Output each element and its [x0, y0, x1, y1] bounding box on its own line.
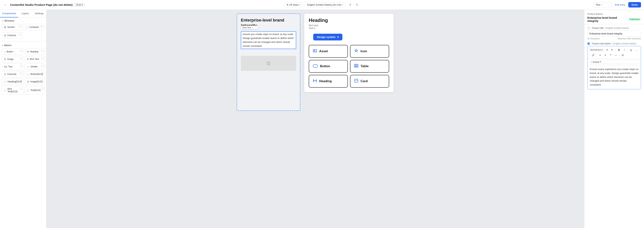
back-button[interactable]: ← — [3, 2, 8, 8]
component-columns[interactable]: ⊟ Columns i — [2, 32, 23, 39]
container-info-icon[interactable]: i — [40, 25, 43, 28]
rich-text-old-info[interactable]: i — [20, 87, 22, 90]
rte-embed-button[interactable]: + Embed ▾ — [590, 60, 639, 64]
rte-more-btn[interactable]: … — [634, 47, 639, 52]
rich-text-more-icon[interactable]: ⋮ — [254, 26, 256, 29]
right-panel-header: Product feature Enterprise-level brand i… — [584, 10, 644, 24]
structure-section-header[interactable]: ▾ Structure — [0, 18, 46, 23]
columns-info-icon[interactable]: i — [19, 34, 21, 36]
preview-image-placeholder: ⊡ — [241, 56, 296, 71]
feature-title-radio[interactable] — [587, 27, 590, 29]
feature-title-label: Feature title | English (United States) — [587, 27, 641, 29]
button-info[interactable]: i — [20, 50, 22, 52]
basics-grid: ○ Button i H Heading i ⊡ Image i A Rich … — [0, 48, 46, 96]
right-panel-title-row: Enterprise-level brand integrity Publish… — [587, 16, 641, 23]
component-heading-old[interactable]: ⬚ Heading[OLD] i — [2, 78, 24, 85]
selector-subtitle: Rich text Text 2 — [309, 24, 389, 30]
rte-content-area[interactable]: Ensure every experience you create stays… — [588, 65, 641, 89]
edit-entry-button[interactable]: Edit entry — [614, 3, 627, 7]
component-rich-text-old[interactable]: ⬚ Rich Text[OLD] i — [2, 86, 24, 95]
text-dropdown[interactable]: Text ▾ — [593, 2, 612, 7]
basics-section-header[interactable]: ▾ Basics — [0, 42, 46, 48]
rte-style-select[interactable]: Normal text ▾ — [589, 48, 604, 52]
component-text[interactable]: Aa Text i — [2, 64, 24, 70]
locale-selector[interactable]: English (United States) (en-US) ▾ — [304, 2, 346, 7]
divider-info[interactable]: i — [41, 65, 44, 67]
rte-link-btn[interactable]: 🔗 — [591, 53, 596, 58]
component-heading[interactable]: H Heading i — [25, 49, 45, 55]
tab-layers[interactable]: Layers — [18, 10, 32, 18]
svg-rect-2 — [313, 64, 318, 67]
rte-divider-3 — [590, 53, 590, 57]
rte-divider-4 — [596, 53, 597, 57]
size-selector[interactable]: ⊞ All Sizes ▾ — [284, 2, 303, 7]
left-tabs: Components Layers Settings — [0, 10, 46, 18]
selector-item-table[interactable]: Table — [350, 60, 389, 73]
image-old-info[interactable]: i — [41, 80, 44, 82]
rte-bold-btn[interactable]: B — [616, 47, 621, 52]
rte-quote-btn[interactable]: ❝ — [608, 53, 613, 58]
feature-title-input[interactable] — [587, 31, 641, 37]
columns-icon: ⊟ — [4, 34, 6, 37]
heading-old-info[interactable]: i — [20, 80, 22, 82]
selector-title: Heading — [309, 18, 389, 23]
center-canvas: Enterprise-level brand integrity Rich Te… — [46, 10, 584, 228]
component-container[interactable]: ⬚ Container i — [24, 24, 44, 30]
topbar-left: ← Contentful Studio Product Page (do not… — [3, 2, 282, 8]
feature-title-field: Feature title | English (United States) … — [587, 27, 641, 40]
rte-ul-btn[interactable]: ≡ — [598, 53, 602, 58]
tab-components[interactable]: Components — [0, 10, 18, 18]
draft-badge[interactable]: Draft ▾ — [74, 3, 84, 7]
published-badge: Published — [628, 18, 641, 21]
selector-item-card[interactable]: Card — [350, 75, 389, 88]
selector-item-button[interactable]: Button — [309, 60, 348, 73]
component-selector-panel: Heading Rich text Text 2 Design system ▾ — [304, 14, 394, 92]
design-system-button[interactable]: Design system ▾ — [313, 34, 342, 41]
rte-underline-btn[interactable]: U — [629, 47, 634, 52]
section-info-icon[interactable]: i — [19, 25, 21, 28]
topbar-center: ⊞ All Sizes ▾ English (United States) (e… — [284, 2, 360, 8]
selector-item-heading[interactable]: Heading — [309, 75, 348, 88]
rich-text-block[interactable]: Rich Text ▾ ⋮ ensure you create stays on… — [241, 31, 296, 49]
component-image-old[interactable]: ⊡ Image[OLD] i — [25, 78, 45, 85]
undo-button[interactable]: ↺ — [347, 2, 353, 8]
button-old-info[interactable]: i — [41, 72, 44, 75]
svg-rect-0 — [313, 49, 316, 52]
rte-divider-2 — [628, 48, 628, 52]
page-preview: Enterprise-level brand integrity Rich Te… — [237, 14, 300, 111]
rte-ol-btn[interactable]: ≡ — [603, 53, 608, 58]
component-button[interactable]: ○ Button i — [2, 49, 24, 55]
carousel-info[interactable]: i — [20, 72, 22, 75]
text-old-info[interactable]: i — [41, 87, 44, 90]
done-button[interactable]: Done — [628, 2, 641, 8]
rich-text-selected-area: ensure you create stays on brand, at any… — [241, 31, 296, 49]
component-text-old[interactable]: ⬚ Text[OLD] i — [25, 86, 45, 95]
rte-undo-btn[interactable]: ↺ — [604, 47, 609, 52]
image-info[interactable]: i — [20, 57, 22, 60]
component-section[interactable]: ⊞ Section i — [2, 24, 23, 30]
rich-text-info[interactable]: i — [41, 57, 44, 60]
heading-info[interactable]: i — [41, 50, 44, 52]
tab-settings[interactable]: Settings — [32, 10, 46, 18]
component-image[interactable]: ⊡ Image i — [2, 56, 24, 62]
rte-table-btn[interactable]: ⊟ — [620, 53, 625, 58]
rte-redo-btn[interactable]: ↻ — [610, 47, 614, 52]
icon-icon — [354, 49, 358, 54]
redo-button[interactable]: ↻ — [354, 2, 360, 8]
structure-grid-2: ⊟ Columns i — [0, 32, 46, 41]
rte-italic-btn[interactable]: I — [622, 47, 626, 52]
feature-desc-radio[interactable] — [587, 42, 590, 45]
right-panel-body: Feature title | English (United States) … — [584, 24, 644, 228]
component-carousel[interactable]: ⊙ Carousel i — [2, 71, 24, 77]
rich-text-content: ensure you create stays on brand, at any… — [243, 32, 294, 48]
right-panel-type: Product feature — [587, 13, 641, 15]
topbar-right: Text ▾ Edit entry Done — [362, 2, 641, 8]
component-rich-text[interactable]: A Rich Text i — [25, 56, 45, 62]
selector-item-icon[interactable]: Icon — [350, 45, 389, 58]
component-button-old[interactable]: ⬚ Button[OLD] i — [25, 71, 45, 77]
component-divider[interactable]: — Divider i — [25, 64, 45, 70]
text-info[interactable]: i — [20, 65, 22, 67]
asset-icon — [313, 49, 317, 54]
rte-hr-btn[interactable]: — — [613, 53, 618, 58]
selector-item-asset[interactable]: Asset — [309, 45, 348, 58]
